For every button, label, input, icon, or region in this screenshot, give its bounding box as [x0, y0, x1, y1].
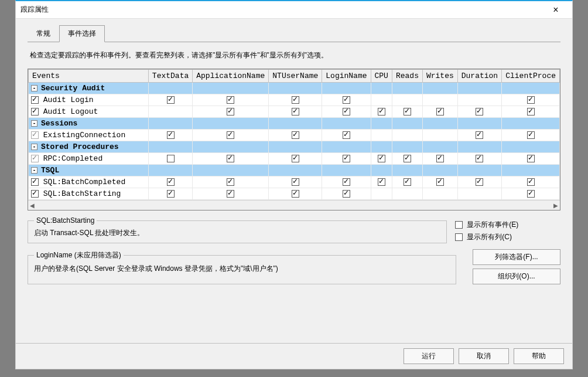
event-cell[interactable]: SQL:BatchCompleted — [29, 176, 149, 188]
column-checkbox[interactable] — [343, 131, 350, 139]
column-checkbox[interactable] — [167, 131, 175, 139]
column-cell[interactable] — [269, 130, 322, 141]
column-checkbox[interactable] — [436, 178, 444, 186]
column-cell[interactable] — [502, 130, 560, 141]
column-cell[interactable] — [371, 176, 392, 188]
event-row[interactable]: Audit Login — [29, 94, 560, 106]
event-row[interactable]: SQL:BatchCompleted — [29, 176, 560, 188]
column-cell[interactable] — [322, 176, 371, 188]
column-cell[interactable] — [457, 153, 501, 165]
column-checkbox[interactable] — [343, 108, 350, 116]
column-cell[interactable] — [457, 106, 501, 118]
horizontal-scrollbar[interactable]: ◀ ▶ — [28, 200, 560, 210]
col-header-loginname[interactable]: LoginName — [322, 70, 371, 83]
scroll-left-arrow-icon[interactable]: ◀ — [30, 202, 35, 209]
column-cell[interactable] — [457, 130, 501, 141]
column-checkbox[interactable] — [292, 96, 299, 104]
col-header-duration[interactable]: Duration — [457, 70, 501, 83]
column-cell[interactable] — [422, 153, 457, 165]
scroll-right-arrow-icon[interactable]: ▶ — [553, 202, 558, 209]
column-cell[interactable] — [148, 94, 192, 106]
column-cell[interactable] — [392, 106, 422, 118]
column-checkbox[interactable] — [527, 155, 535, 162]
column-cell[interactable] — [322, 94, 371, 106]
column-cell[interactable] — [269, 106, 322, 118]
category-cell[interactable]: -Security Audit — [29, 83, 149, 94]
col-header-events[interactable]: Events — [29, 70, 149, 83]
category-row[interactable]: -Stored Procedures — [29, 141, 560, 153]
column-cell[interactable] — [193, 176, 269, 188]
column-cell[interactable] — [193, 188, 269, 200]
column-cell[interactable] — [193, 106, 269, 118]
column-checkbox[interactable] — [378, 155, 385, 162]
column-checkbox[interactable] — [476, 178, 483, 186]
column-checkbox[interactable] — [167, 96, 175, 104]
show-all-events-option[interactable]: 显示所有事件(E) — [455, 220, 560, 230]
event-row[interactable]: RPC:Completed — [29, 153, 560, 165]
close-icon[interactable]: × — [544, 5, 568, 15]
col-header-clientprocess[interactable]: ClientProce — [502, 70, 560, 83]
column-checkbox[interactable] — [343, 155, 350, 162]
column-cell[interactable] — [422, 106, 457, 118]
event-enable-checkbox[interactable] — [31, 178, 39, 186]
column-checkbox[interactable] — [378, 108, 385, 116]
column-cell[interactable] — [392, 153, 422, 165]
column-checkbox[interactable] — [227, 108, 234, 116]
column-filters-button[interactable]: 列筛选器(F)... — [473, 249, 560, 265]
column-cell[interactable] — [502, 176, 560, 188]
collapse-icon[interactable]: - — [31, 144, 37, 150]
category-row[interactable]: -Sessions — [29, 118, 560, 130]
event-row[interactable]: Audit Logout — [29, 106, 560, 118]
column-checkbox[interactable] — [227, 178, 234, 186]
event-row[interactable]: ExistingConnection — [29, 130, 560, 141]
run-button[interactable]: 运行 — [404, 348, 454, 364]
column-checkbox[interactable] — [527, 190, 535, 198]
category-row[interactable]: -TSQL — [29, 165, 560, 176]
column-checkbox[interactable] — [378, 178, 385, 186]
column-cell[interactable] — [148, 176, 192, 188]
column-checkbox[interactable] — [227, 96, 234, 104]
column-checkbox[interactable] — [436, 108, 444, 116]
column-cell[interactable] — [148, 188, 192, 200]
column-cell[interactable] — [371, 106, 392, 118]
event-enable-checkbox[interactable] — [31, 108, 39, 116]
column-cell[interactable] — [148, 153, 192, 165]
column-checkbox[interactable] — [292, 190, 299, 198]
column-checkbox[interactable] — [436, 155, 444, 162]
column-checkbox[interactable] — [404, 155, 411, 162]
column-cell[interactable] — [371, 153, 392, 165]
column-cell[interactable] — [269, 94, 322, 106]
column-checkbox[interactable] — [292, 178, 299, 186]
column-cell[interactable] — [502, 188, 560, 200]
column-checkbox[interactable] — [527, 131, 535, 139]
event-cell[interactable]: ExistingConnection — [29, 130, 149, 141]
column-cell[interactable] — [457, 176, 501, 188]
column-checkbox[interactable] — [343, 96, 350, 104]
column-checkbox[interactable] — [343, 178, 350, 186]
category-cell[interactable]: -Stored Procedures — [29, 141, 149, 153]
column-checkbox[interactable] — [227, 155, 234, 162]
column-checkbox[interactable] — [292, 108, 299, 116]
column-cell[interactable] — [193, 153, 269, 165]
column-checkbox[interactable] — [227, 190, 234, 198]
collapse-icon[interactable]: - — [31, 85, 37, 91]
column-cell[interactable] — [193, 94, 269, 106]
column-cell[interactable] — [193, 130, 269, 141]
column-cell[interactable] — [269, 176, 322, 188]
tab-general[interactable]: 常规 — [28, 25, 59, 42]
column-cell[interactable] — [269, 153, 322, 165]
column-cell[interactable] — [322, 153, 371, 165]
col-header-ntusername[interactable]: NTUserName — [269, 70, 322, 83]
event-enable-checkbox[interactable] — [31, 190, 39, 198]
category-cell[interactable]: -TSQL — [29, 165, 149, 176]
col-header-reads[interactable]: Reads — [392, 70, 422, 83]
category-row[interactable]: -Security Audit — [29, 83, 560, 94]
column-cell[interactable] — [269, 188, 322, 200]
column-checkbox[interactable] — [227, 131, 234, 139]
column-checkbox[interactable] — [167, 178, 175, 186]
column-cell[interactable] — [322, 188, 371, 200]
column-cell[interactable] — [422, 176, 457, 188]
column-cell[interactable] — [322, 130, 371, 141]
column-checkbox[interactable] — [167, 155, 175, 162]
event-enable-checkbox[interactable] — [31, 96, 39, 104]
